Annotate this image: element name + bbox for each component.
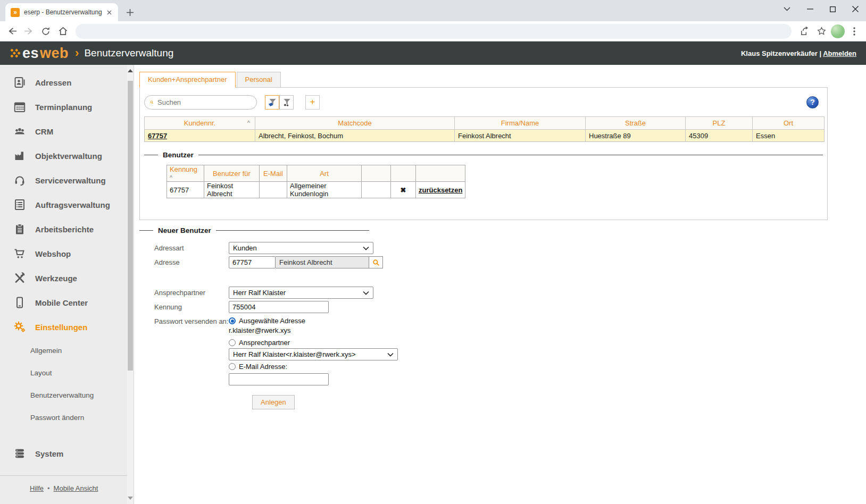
tab-search-chevron-icon[interactable]: [784, 7, 790, 11]
radio-email-adresse[interactable]: E-Mail Adresse:: [229, 363, 398, 371]
adresse-label: Adresse: [154, 256, 229, 268]
browser-tab-title: eserp - Benutzerverwaltung: [24, 9, 105, 16]
tab-personal[interactable]: Personal: [237, 72, 281, 88]
sidebar-subitem-allgemein[interactable]: Allgemein: [0, 339, 134, 362]
people-icon: [13, 125, 26, 138]
col-ort[interactable]: Ort: [753, 117, 825, 130]
cell-ort: Essen: [753, 130, 825, 142]
help-icon[interactable]: ?: [806, 96, 819, 108]
factory-icon: [13, 149, 26, 162]
browser-menu-icon[interactable]: [847, 24, 862, 39]
col-kundennr[interactable]: Kundennr.^: [145, 117, 255, 130]
radio-unselected-icon[interactable]: [229, 363, 236, 370]
col-empty-2: [391, 165, 416, 182]
sidebar-item-mobile-center[interactable]: Mobile Center: [0, 290, 134, 315]
sidebar-item-serviceverwaltung[interactable]: Serviceverwaltung: [0, 168, 134, 192]
benutzer-table: Kennung ^ Benutzer für E-Mail Art 67757 …: [166, 165, 465, 198]
new-tab-button[interactable]: [122, 5, 137, 20]
window-close-button[interactable]: [852, 6, 859, 12]
radio-ansprechpartner[interactable]: Ansprechpartner: [229, 339, 398, 347]
headset-icon: [13, 174, 26, 187]
logout-link[interactable]: Abmelden: [823, 49, 856, 57]
col-strasse[interactable]: Straße: [586, 117, 686, 130]
search-input[interactable]: [157, 98, 251, 106]
col-benutzer-fuer[interactable]: Benutzer für: [204, 165, 260, 182]
sidebar-item-system[interactable]: System: [0, 441, 134, 466]
radio-unselected-icon[interactable]: [229, 339, 236, 346]
scrollbar-thumb[interactable]: [128, 81, 133, 371]
radio-selected-icon[interactable]: [229, 317, 236, 324]
window-minimize-button[interactable]: [807, 6, 813, 12]
neuer-benutzer-form: Adressart Kunden Adresse Feinkost Albrec…: [139, 234, 866, 409]
sidebar-item-webshop[interactable]: Webshop: [0, 241, 134, 266]
tab-close-icon[interactable]: [105, 8, 114, 17]
esweb-logo[interactable]: esweb: [10, 45, 69, 62]
share-icon[interactable]: [797, 24, 812, 39]
kennung-label: Kennung: [154, 301, 229, 313]
col-matchcode[interactable]: Matchcode: [255, 117, 455, 130]
window-maximize-button[interactable]: [830, 6, 836, 12]
col-email[interactable]: E-Mail: [260, 165, 287, 182]
adresse-lookup-button[interactable]: [369, 256, 383, 268]
profile-avatar[interactable]: [831, 24, 845, 38]
sidebar-item-adressen[interactable]: Adressen: [0, 70, 134, 95]
cart-icon: [13, 247, 26, 260]
esweb-logo-mark-icon: [10, 48, 21, 58]
ansprechpartner-select[interactable]: Herr Ralf Klaister: [229, 287, 373, 299]
radio-ausgewaehlte-adresse[interactable]: Ausgewählte Adresse: [229, 317, 398, 325]
sidebar-item-crm[interactable]: CRM: [0, 119, 134, 144]
add-customer-button[interactable]: +: [305, 95, 320, 110]
ansprechpartner-email-select[interactable]: Herr Ralf Klaister<r.klaister@rwerk.xys>: [229, 348, 398, 360]
home-button[interactable]: [55, 24, 70, 39]
filter-active-button[interactable]: [265, 95, 279, 110]
adresse-nr-input[interactable]: [229, 256, 276, 268]
col-plz[interactable]: PLZ: [686, 117, 753, 130]
hilfe-link[interactable]: Hilfe: [30, 484, 44, 492]
sidebar-subitem-passwort-aendern[interactable]: Passwort ändern: [0, 406, 134, 429]
forward-button[interactable]: [21, 24, 36, 39]
tab-kunden-ansprechpartner[interactable]: Kunden+Ansprechpartner: [139, 72, 236, 88]
address-bar[interactable]: [76, 24, 792, 39]
chevron-down-icon: [387, 352, 394, 357]
back-button[interactable]: [4, 24, 19, 39]
col-empty-1: [362, 165, 391, 182]
filter-clear-button[interactable]: [279, 95, 294, 110]
adressart-select[interactable]: Kunden: [229, 242, 373, 254]
sidebar-item-einstellungen[interactable]: Einstellungen: [0, 315, 134, 339]
kennung-input[interactable]: [229, 301, 329, 313]
scroll-down-icon[interactable]: [128, 497, 133, 500]
sidebar-scrollbar[interactable]: [127, 65, 134, 504]
email-adresse-input[interactable]: [229, 373, 329, 385]
sidebar-item-werkzeuge[interactable]: Werkzeuge: [0, 266, 134, 290]
app-header: esweb › Benutzerverwaltung Klaus Spitzen…: [0, 41, 866, 65]
mobile-ansicht-link[interactable]: Mobile Ansicht: [54, 484, 98, 492]
sidebar-item-objektverwaltung[interactable]: Objektverwaltung: [0, 144, 134, 168]
user-divider: |: [819, 49, 821, 57]
sidebar: Adressen Terminplanung: [0, 65, 134, 504]
scroll-up-icon[interactable]: [128, 69, 133, 72]
reload-button[interactable]: [38, 24, 53, 39]
sidebar-subitem-layout[interactable]: Layout: [0, 362, 134, 384]
customer-row[interactable]: 67757 Albrecht, Feinkost, Bochum Feinkos…: [145, 130, 825, 142]
footer-dot: •: [47, 484, 50, 492]
browser-tab[interactable]: » eserp - Benutzerverwaltung: [5, 3, 118, 21]
sidebar-item-terminplanung[interactable]: Terminplanung: [0, 95, 134, 119]
search-box[interactable]: [144, 95, 257, 110]
sidebar-item-auftragsverwaltung[interactable]: Auftragsverwaltung: [0, 192, 134, 217]
chevron-down-icon: [363, 291, 369, 295]
sidebar-subitem-benutzerverwaltung[interactable]: Benutzerverwaltung: [0, 384, 134, 406]
kundennr-link[interactable]: 67757: [148, 132, 167, 140]
anlegen-button[interactable]: Anlegen: [252, 395, 295, 409]
bookmark-star-icon[interactable]: [814, 24, 829, 39]
cell-firma: Feinkost Albrecht: [455, 130, 586, 142]
password-reset-link[interactable]: zurücksetzen: [419, 186, 462, 194]
col-kennung[interactable]: Kennung ^: [167, 165, 204, 182]
filter-gray-icon: [282, 98, 292, 107]
col-firma-name[interactable]: Firma/Name: [455, 117, 586, 130]
delete-user-icon[interactable]: ✖: [391, 182, 416, 198]
col-art[interactable]: Art: [287, 165, 362, 182]
server-stack-icon: [13, 447, 26, 460]
breadcrumb-chevron-icon: ›: [75, 46, 79, 60]
logo-text-es: es: [22, 45, 39, 62]
sidebar-item-arbeitsberichte[interactable]: Arbeitsberichte: [0, 217, 134, 241]
